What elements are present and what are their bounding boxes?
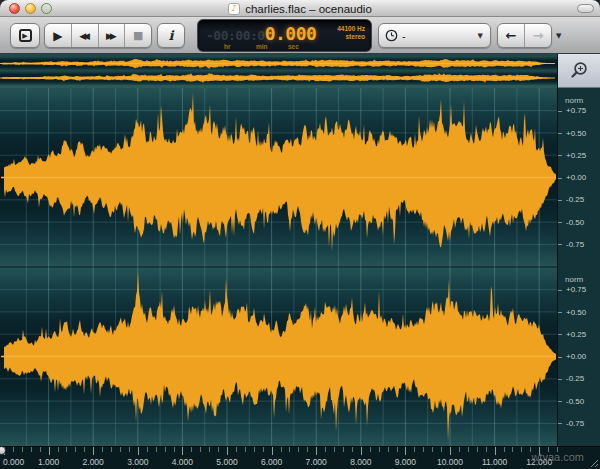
scale-tick — [558, 379, 562, 380]
ruler-time-label: 8.000 — [341, 457, 381, 467]
scale-value-label: -0.25 — [566, 195, 584, 204]
ruler-tick — [343, 447, 344, 452]
ruler-time-label: 3.000 — [118, 457, 158, 467]
forward-button[interactable]: → — [524, 24, 551, 47]
waveform-view[interactable] — [0, 88, 557, 446]
rewind-icon: ◀◀ — [79, 31, 90, 41]
scale-tick — [558, 312, 562, 313]
info-button[interactable]: i — [157, 23, 185, 48]
ruler-tick — [263, 447, 264, 452]
ruler-tick — [156, 447, 157, 452]
file-note-icon: ♪ — [228, 3, 240, 15]
scale-tick — [558, 200, 562, 201]
ruler-tick — [504, 447, 505, 452]
nav-menu-arrow-icon[interactable]: ▼ — [556, 32, 561, 40]
scale-value-label: +0.25 — [566, 151, 586, 160]
ruler-tick — [174, 447, 175, 452]
magnifier-icon — [568, 60, 590, 82]
ruler-tick — [414, 447, 415, 452]
play-icon: ▶ — [53, 29, 62, 43]
hr-label: hr — [224, 43, 231, 50]
ruler-tick — [200, 447, 201, 452]
ruler-tick — [93, 447, 94, 455]
scale-tick — [558, 334, 562, 335]
waveform-svg — [0, 88, 557, 446]
ruler-time-label: 2.000 — [73, 457, 113, 467]
toolbar-toggle-lozenge[interactable] — [577, 4, 594, 13]
scale-value-label: -0.75 — [566, 419, 584, 428]
zoom-tool-box[interactable] — [558, 54, 600, 88]
play-view-button[interactable]: ▶ — [10, 23, 40, 48]
stop-button[interactable]: ■ — [124, 24, 151, 47]
time-digits-dim: -00:00:0 — [206, 28, 265, 43]
scale-value-label: +0.00 — [566, 352, 586, 361]
ruler-time-label: 4.000 — [162, 457, 202, 467]
scale-tick — [558, 401, 562, 402]
scale-value-label: +0.00 — [566, 173, 586, 182]
scale-value-label: -0.75 — [566, 240, 584, 249]
scale-value-label: +0.75 — [566, 106, 586, 115]
ruler-tick — [405, 447, 406, 455]
ruler-time-label: 1.000 — [29, 457, 69, 467]
ocenaudio-window: ♪ charlies.flac – ocenaudio ▶ ▶ ◀◀ ▶▶ ■ … — [0, 0, 600, 469]
scale-value-label: -0.25 — [566, 374, 584, 383]
info-icon: i — [169, 28, 174, 43]
ruler-tick — [272, 447, 273, 455]
scale-value-label: -0.50 — [566, 218, 584, 227]
ruler-tick — [289, 447, 290, 452]
ruler-time-label: 5.000 — [207, 457, 247, 467]
norm-label: norm — [565, 96, 583, 105]
ruler-tick — [227, 447, 228, 455]
dropdown-arrow-icon: ▼ — [478, 32, 483, 40]
ruler-tick — [450, 447, 451, 455]
overview-strip[interactable] — [0, 54, 557, 88]
ruler-tick — [307, 447, 308, 452]
scale-value-label: -0.50 — [566, 397, 584, 406]
play-button[interactable]: ▶ — [45, 24, 71, 47]
ruler-tick — [361, 447, 362, 455]
playhead-handle[interactable] — [0, 446, 6, 455]
sample-rate-label: 44100 Hz — [337, 25, 365, 33]
ruler-tick — [521, 447, 522, 452]
ruler-tick — [84, 447, 85, 452]
ruler-tick — [147, 447, 148, 452]
time-display: -00:00:00.000 hr min sec 44100 Hz stereo — [197, 19, 372, 52]
ruler-time-label: 10.000 — [430, 457, 470, 467]
ruler-tick — [58, 447, 59, 452]
ruler-tick — [316, 447, 317, 455]
scale-value-label: +0.25 — [566, 330, 586, 339]
format-info: 44100 Hz stereo — [337, 25, 365, 41]
ruler-tick — [245, 447, 246, 452]
ruler-tick — [281, 447, 282, 452]
title-bar: ♪ charlies.flac – ocenaudio — [0, 0, 600, 17]
effects-dropdown-value: - — [402, 30, 406, 42]
clock-icon — [385, 29, 398, 42]
ruler-tick — [75, 447, 76, 452]
ruler-tick — [370, 447, 371, 452]
history-nav-group: ← → — [497, 23, 552, 48]
ruler-tick — [31, 447, 32, 452]
scale-tick — [558, 423, 562, 424]
ruler-time-label: 9.000 — [385, 457, 425, 467]
scale-value-label: +0.50 — [566, 308, 586, 317]
rewind-button[interactable]: ◀◀ — [71, 24, 98, 47]
scale-tick — [558, 178, 562, 179]
time-digits-bright: 0.000 — [265, 23, 317, 44]
ruler-tick — [495, 447, 496, 455]
time-ruler[interactable]: 0.0001.0002.0003.0004.0005.0006.0007.000… — [0, 446, 600, 469]
resize-grip-icon[interactable] — [589, 458, 599, 468]
scale-tick — [558, 155, 562, 156]
fast-forward-button[interactable]: ▶▶ — [98, 24, 125, 47]
ruler-tick — [477, 447, 478, 452]
transport-group: ▶ ◀◀ ▶▶ ■ — [44, 23, 152, 48]
effects-dropdown[interactable]: - ▼ — [378, 23, 491, 48]
ruler-tick — [432, 447, 433, 452]
back-button[interactable]: ← — [498, 24, 524, 47]
window-title-wrap: ♪ charlies.flac – ocenaudio — [0, 0, 600, 17]
time-digits: -00:00:00.000 — [206, 23, 316, 44]
scale-value-label: +0.50 — [566, 129, 586, 138]
scale-value-label: +0.75 — [566, 285, 586, 294]
ruler-tick — [13, 447, 14, 452]
ruler-time-label: 7.000 — [296, 457, 336, 467]
watermark: wtyaa.com — [531, 451, 584, 463]
